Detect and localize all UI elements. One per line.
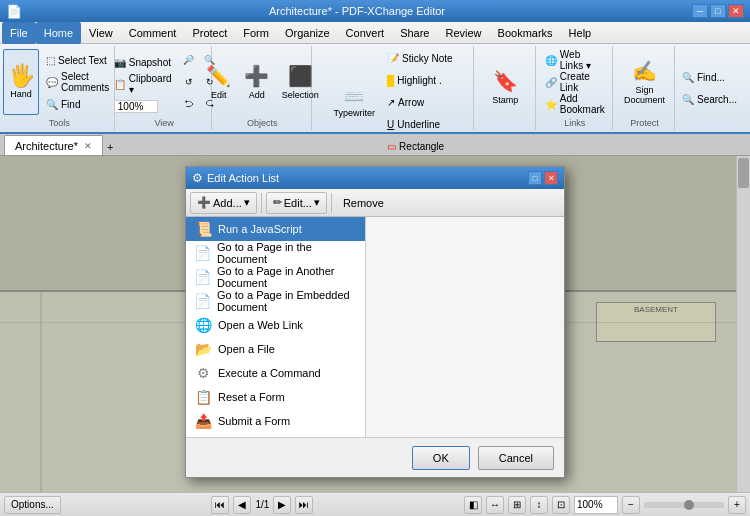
add-bookmark-button[interactable]: ⭐ Add Bookmark: [540, 94, 610, 114]
list-item-go-page-another[interactable]: 📄 Go to a Page in Another Document: [186, 265, 365, 289]
web-links-button[interactable]: 🌐 Web Links ▾: [540, 50, 610, 70]
menu-bookmarks[interactable]: Bookmarks: [490, 22, 561, 44]
hand-tool-button[interactable]: 🖐 Hand: [3, 49, 39, 115]
links-group-label: Links: [564, 116, 585, 128]
arrow-button[interactable]: ↗ Arrow: [382, 92, 458, 112]
list-item-play-sound[interactable]: 🔊 Play a Sound: [186, 433, 365, 437]
menu-home[interactable]: Home: [36, 22, 81, 44]
edit-icon: ✏️: [206, 64, 231, 88]
cancel-button[interactable]: Cancel: [478, 446, 554, 470]
rotate-left-button[interactable]: ↺: [179, 72, 199, 92]
zoom-decrease-button[interactable]: −: [622, 496, 640, 514]
dialog-close-button[interactable]: ✕: [544, 171, 558, 185]
find-search-button[interactable]: 🔍 Find...: [677, 67, 742, 87]
dialog-title-left: ⚙ Edit Action List: [192, 171, 279, 185]
zoom-actual-button[interactable]: ⊡: [552, 496, 570, 514]
close-button[interactable]: ✕: [728, 4, 744, 18]
menu-comment[interactable]: Comment: [121, 22, 185, 44]
options-button[interactable]: Options...: [4, 496, 61, 514]
title-bar-left: 📄: [6, 4, 22, 19]
select-text-button[interactable]: ⬚ Select Text: [41, 50, 115, 70]
rectangle-button[interactable]: ▭ Rectangle: [382, 136, 458, 156]
select-comments-button[interactable]: 💬 Select Comments: [41, 72, 115, 92]
list-item-submit-form[interactable]: 📤 Submit a Form: [186, 409, 365, 433]
next-page-button[interactable]: ▶: [273, 496, 291, 514]
stamp-label: Stamp: [492, 95, 518, 105]
list-item-execute-cmd[interactable]: ⚙ Execute a Command: [186, 361, 365, 385]
menu-protect[interactable]: Protect: [184, 22, 235, 44]
list-item-open-web[interactable]: 🌐 Open a Web Link: [186, 313, 365, 337]
sign-document-button[interactable]: ✍️ SignDocument: [619, 49, 670, 115]
menu-review[interactable]: Review: [437, 22, 489, 44]
zoom-input[interactable]: 100%: [109, 96, 177, 116]
prev-page-button[interactable]: ◀: [233, 496, 251, 514]
zoom-value-display[interactable]: 100%: [574, 496, 618, 514]
sticky-note-icon: 📝: [387, 53, 399, 64]
menu-share[interactable]: Share: [392, 22, 437, 44]
zoom-width-button[interactable]: ↔: [486, 496, 504, 514]
menu-bar: File Home View Comment Protect Form Orga…: [0, 22, 750, 44]
list-item-reset-form[interactable]: 📋 Reset a Form: [186, 385, 365, 409]
zoom-page-button[interactable]: ⊞: [508, 496, 526, 514]
snapshot-button[interactable]: 📷 Snapshot: [109, 52, 177, 72]
go-page-another-icon: 📄: [194, 269, 211, 285]
clipboard-button[interactable]: 📋 Clipboard ▾: [109, 74, 177, 94]
last-page-button[interactable]: ⏭: [295, 496, 313, 514]
dialog-restore-button[interactable]: □: [528, 171, 542, 185]
list-item-go-page-doc[interactable]: 📄 Go to a Page in the Document: [186, 241, 365, 265]
zoom-in-button[interactable]: 🔎: [179, 50, 199, 70]
menu-convert[interactable]: Convert: [338, 22, 393, 44]
edit-action-button[interactable]: ✏ Edit... ▾: [266, 192, 327, 214]
open-file-label: Open a File: [218, 343, 275, 355]
underline-button[interactable]: U Underline: [382, 114, 458, 134]
web-links-label: Web Links ▾: [560, 49, 605, 71]
add-action-button[interactable]: ➕ Add... ▾: [190, 192, 257, 214]
zoom-value[interactable]: 100%: [114, 100, 158, 113]
list-item-open-file[interactable]: 📂 Open a File: [186, 337, 365, 361]
list-item-go-page-embedded[interactable]: 📄 Go to a Page in Embedded Document: [186, 289, 365, 313]
new-tab-button[interactable]: +: [103, 139, 117, 155]
title-bar: 📄 Architecture* - PDF-XChange Editor ─ □…: [0, 0, 750, 22]
tab-close-icon[interactable]: ✕: [84, 141, 92, 151]
app-icon: 📄: [6, 4, 22, 19]
zoom-slider[interactable]: [644, 502, 724, 508]
edit-action-label: Edit...: [284, 197, 312, 209]
add-bookmark-icon: ⭐: [545, 99, 557, 110]
menu-file[interactable]: File: [2, 22, 36, 44]
window-title: Architecture* - PDF-XChange Editor: [22, 5, 692, 17]
tab-architecture[interactable]: Architecture* ✕: [4, 135, 103, 155]
menu-organize[interactable]: Organize: [277, 22, 338, 44]
zoom-increase-button[interactable]: +: [728, 496, 746, 514]
search-button[interactable]: 🔍 Search...: [677, 89, 742, 109]
minimize-button[interactable]: ─: [692, 4, 708, 18]
menu-view[interactable]: View: [81, 22, 121, 44]
status-left: Options...: [4, 496, 61, 514]
ribbon-group-protect: ✍️ SignDocument Protect: [615, 46, 675, 130]
back-button[interactable]: ⮌: [179, 94, 199, 114]
menu-form[interactable]: Form: [235, 22, 277, 44]
edit-button[interactable]: ✏️ Edit: [201, 49, 237, 115]
list-item-run-js[interactable]: 📜 Run a JavaScript: [186, 217, 365, 241]
status-bar: Options... ⏮ ◀ 1/1 ▶ ⏭ ◧ ↔ ⊞ ↕ ⊡ 100% − …: [0, 492, 750, 516]
typewriter-button[interactable]: ⌨️ Typewriter: [329, 69, 381, 135]
restore-button[interactable]: □: [710, 4, 726, 18]
zoom-fit-button[interactable]: ◧: [464, 496, 482, 514]
find-search-label: Find...: [697, 72, 725, 83]
highlight-button[interactable]: █ Highlight .: [382, 70, 458, 90]
highlight-icon: █: [387, 75, 394, 86]
zoom-height-button[interactable]: ↕: [530, 496, 548, 514]
status-center: ⏮ ◀ 1/1 ▶ ⏭: [211, 496, 313, 514]
menu-help[interactable]: Help: [561, 22, 600, 44]
find-button[interactable]: 🔍 Find: [41, 94, 115, 114]
protect-buttons: ✍️ SignDocument: [619, 48, 670, 116]
sticky-note-button[interactable]: 📝 Sticky Note: [382, 48, 458, 68]
remove-action-button[interactable]: Remove: [336, 192, 391, 214]
highlight-label: Highlight .: [397, 75, 441, 86]
reset-form-label: Reset a Form: [218, 391, 285, 403]
ok-button[interactable]: OK: [412, 446, 470, 470]
create-link-button[interactable]: 🔗 Create Link: [540, 72, 610, 92]
add-button[interactable]: ➕ Add: [239, 49, 275, 115]
submit-form-icon: 📤: [194, 413, 212, 429]
first-page-button[interactable]: ⏮: [211, 496, 229, 514]
stamp-button[interactable]: 🔖 Stamp: [487, 54, 523, 120]
